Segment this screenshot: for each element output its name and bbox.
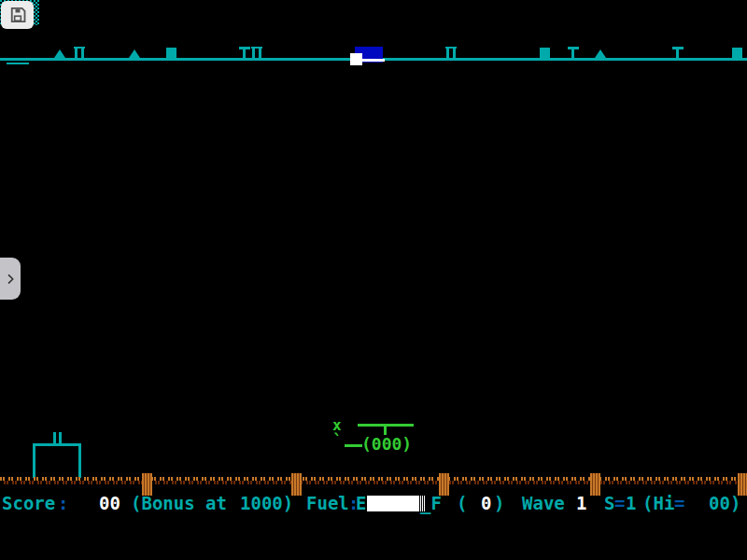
score-label: Score: [2, 493, 55, 513]
minimap-pillars-icon: [252, 49, 261, 58]
ground-strip-shadow: [0, 481, 747, 484]
hi-equals: =: [674, 493, 684, 513]
score-value: 00: [99, 493, 120, 513]
depot-roof: [33, 443, 81, 446]
fuel-empty-mark: E: [356, 493, 366, 513]
wave-value: 1: [576, 493, 586, 513]
minimap-tree-icon: [595, 49, 606, 58]
sortie-value: 1: [626, 493, 636, 513]
helicopter-tail-char: `: [332, 430, 343, 450]
sidebar-toggle-button[interactable]: [0, 258, 21, 300]
score-colon: :: [58, 493, 68, 513]
minimap-left-tick: [7, 63, 29, 64]
minimap-tree-icon: [54, 49, 65, 58]
minimap-tee-icon: [239, 47, 250, 58]
depot-wall-right: [78, 446, 81, 478]
fuel-gauge: [367, 496, 426, 511]
minimap-player-square: [350, 53, 362, 65]
minimap-tee-icon: [672, 47, 684, 58]
sortie-label: S: [604, 493, 614, 513]
depot-wall-left: [33, 446, 35, 478]
minimap-tee-icon: [568, 47, 579, 58]
bonus-label: (Bonus at: [131, 493, 227, 513]
helicopter-boom: [345, 444, 362, 447]
helicopter-body: (000): [361, 434, 412, 454]
chevron-right-icon: [3, 272, 18, 287]
passengers-close: ): [494, 493, 504, 513]
minimap-player-line: [362, 59, 385, 62]
wave-label: Wave: [522, 493, 565, 513]
fuel-label: Fuel: [306, 493, 349, 513]
passengers-open: (: [457, 493, 467, 513]
hi-value: 00): [709, 493, 740, 513]
sortie-equals: =: [614, 493, 625, 513]
bonus-value: 1000): [240, 493, 293, 513]
game-screen: x ` (000) Score : 00 (Bonus at 1000) Fue…: [0, 0, 747, 560]
hi-label: (Hi: [642, 493, 674, 513]
minimap-pillars-icon: [75, 49, 84, 58]
minimap-tree-icon: [129, 49, 140, 58]
minimap-pillars-icon: [446, 49, 456, 58]
fuel-bar-fill: [367, 496, 418, 511]
fuel-bar-dither: [418, 496, 426, 511]
passengers-value: 0: [481, 493, 491, 513]
